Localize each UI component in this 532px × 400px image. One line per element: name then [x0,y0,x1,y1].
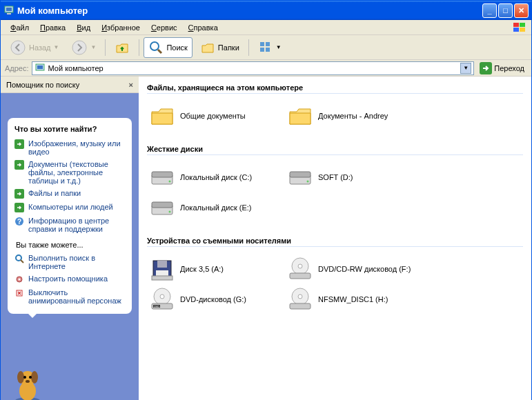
maximize-button[interactable]: □ [498,3,513,18]
back-button[interactable]: Назад ▼ [5,37,63,59]
toolbar: Назад ▼ ▼ Поиск Папки ▼ [1,35,531,60]
item-floppy[interactable]: Диск 3,5 (A:) [147,254,285,284]
search-also-option[interactable]: Выполнить поиск в Интернете [14,252,126,272]
go-button[interactable]: Переход [477,61,527,76]
svg-point-59 [298,294,302,299]
svg-point-42 [307,181,309,183]
address-label: Адрес: [5,64,29,72]
minimize-button[interactable]: _ [482,3,497,18]
back-icon [10,39,26,56]
svg-rect-44 [152,202,173,208]
svg-rect-5 [513,28,519,32]
svg-rect-47 [157,261,167,268]
search-question: Что вы хотите найти? [14,125,126,133]
search-balloon: Что вы хотите найти? Изображения, музыку… [8,118,132,314]
pane-header: Помощник по поиску × [1,77,139,93]
body: Помощник по поиску × Что вы хотите найти… [1,77,531,400]
svg-point-7 [11,41,25,54]
svg-point-51 [298,264,302,268]
svg-rect-12 [266,42,270,46]
item-hdd[interactable]: SOFT (D:) [285,162,423,192]
menu-сервис[interactable]: Сервис [146,22,183,33]
group-header: Жесткие диски [147,141,523,155]
close-button[interactable]: ✕ [514,3,529,18]
close-pane-button[interactable]: × [129,81,133,89]
item-label: Диск 3,5 (A:) [180,265,224,273]
item-cd[interactable]: NFSMW_DISC1 (H:) [285,284,423,314]
menu-избранное[interactable]: Избранное [96,22,146,33]
group-header: Устройства со съемными носителями [147,232,523,247]
menu-справка[interactable]: Справка [183,22,224,33]
item-label: DVD/CD-RW дисковод (F:) [318,265,411,273]
search-button[interactable]: Поиск [144,37,192,58]
item-label: Локальный диск (C:) [180,173,252,181]
search-option[interactable]: Изображения, музыку или видео [14,137,126,158]
svg-text:DVD: DVD [154,306,159,308]
item-hdd[interactable]: Локальный диск (E:) [147,192,285,223]
menubar: ФайлПравкаВидИзбранноеСервисСправка [1,20,531,35]
svg-point-32 [17,371,24,383]
menu-вид[interactable]: Вид [71,22,96,33]
my-computer-icon [3,5,14,16]
svg-point-45 [169,211,171,213]
svg-rect-38 [152,172,173,177]
svg-point-54 [160,294,164,299]
addressbar: Адрес: Мой компьютер ▼ Переход [1,60,531,77]
also-label: Вы также можете... [14,235,126,252]
svg-rect-14 [266,48,270,52]
item-folder[interactable]: Общие документы [147,101,285,131]
menu-файл[interactable]: Файл [5,22,35,33]
item-label: Общие документы [180,112,246,120]
address-dropdown[interactable]: ▼ [460,63,471,74]
svg-text:?: ? [17,218,21,226]
item-hdd[interactable]: Локальный диск (C:) [147,162,285,192]
windows-flag-icon [512,21,527,34]
group-header: Файлы, хранящиеся на этом компьютере [147,79,523,94]
item-label: SOFT (D:) [318,173,353,181]
svg-rect-41 [290,172,311,177]
views-button[interactable]: ▼ [253,37,286,58]
svg-rect-2 [7,13,11,14]
search-also-option[interactable]: Настроить помощника [14,272,126,286]
svg-rect-60 [290,303,311,309]
titlebar[interactable]: Мой компьютер _ □ ✕ [1,1,531,20]
svg-point-34 [23,376,26,379]
svg-rect-13 [260,48,264,52]
svg-point-35 [29,376,32,379]
item-label: NFSMW_DISC1 (H:) [318,295,388,303]
menu-правка[interactable]: Правка [35,22,71,33]
item-dvd[interactable]: DVDDVD-дисковод (G:) [147,284,285,314]
search-also-option[interactable]: Выключить анимированный персонаж [14,286,126,307]
search-option[interactable]: ?Информацию в центре справки и поддержки [14,214,126,235]
svg-point-8 [72,41,86,54]
my-computer-icon [35,63,46,74]
address-value: Мой компьютер [48,64,104,72]
svg-rect-6 [520,28,525,32]
explorer-window: Мой компьютер _ □ ✕ ФайлПравкаВидИзбранн… [0,0,532,400]
chevron-down-icon: ▼ [54,44,59,50]
svg-rect-4 [520,23,525,27]
address-input[interactable]: Мой компьютер ▼ [32,61,475,75]
chevron-down-icon: ▼ [90,44,96,50]
item-label: Документы - Andrey [318,112,388,120]
item-cd[interactable]: DVD/CD-RW дисковод (F:) [285,254,423,284]
svg-rect-11 [260,42,264,46]
search-option[interactable]: Компьютеры или людей [14,201,126,214]
search-dog-character[interactable] [1,363,139,400]
search-option[interactable]: Документы (текстовые файлы, электронные … [14,158,126,187]
search-option[interactable]: Файлы и папки [14,187,126,201]
svg-rect-3 [513,23,519,27]
forward-button[interactable]: ▼ [66,37,101,59]
svg-rect-52 [290,273,311,279]
svg-rect-16 [37,66,43,69]
folders-button[interactable]: Папки [195,37,244,58]
window-title: Мой компьютер [17,6,88,16]
item-folder[interactable]: Документы - Andrey [285,101,423,131]
svg-line-10 [158,50,161,53]
search-companion-pane: Помощник по поиску × Что вы хотите найти… [1,77,139,400]
go-icon [480,62,492,74]
up-button[interactable] [110,37,135,58]
item-label: Локальный диск (E:) [180,203,252,212]
folders-icon [200,40,215,55]
folder-up-icon [115,40,130,55]
